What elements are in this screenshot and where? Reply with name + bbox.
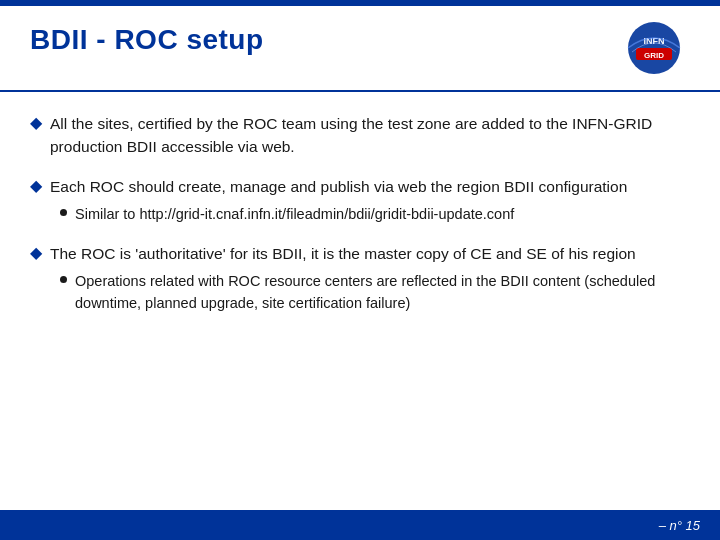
- sub-bullet-3-1: Operations related with ROC resource cen…: [60, 271, 690, 315]
- bullet-item-1: ◆ All the sites, certified by the ROC te…: [30, 112, 690, 159]
- diamond-icon-3: ◆: [30, 243, 42, 262]
- bullet-group-3: ◆ The ROC is 'authoritative' for its BDI…: [30, 242, 690, 315]
- bullet-text-3: The ROC is 'authoritative' for its BDII,…: [50, 242, 636, 265]
- bullet-group-2: ◆ Each ROC should create, manage and pub…: [30, 175, 690, 226]
- sub-bullet-2-1: Similar to http://grid-it.cnaf.infn.it/f…: [60, 204, 690, 226]
- svg-text:GRID: GRID: [644, 51, 664, 60]
- sub-bullet-text-2-1: Similar to http://grid-it.cnaf.infn.it/f…: [75, 204, 514, 226]
- bullet-text-2: Each ROC should create, manage and publi…: [50, 175, 627, 198]
- diamond-icon-2: ◆: [30, 176, 42, 195]
- sub-bullets-3: Operations related with ROC resource cen…: [60, 271, 690, 315]
- bullet-text-1: All the sites, certified by the ROC team…: [50, 112, 690, 159]
- sub-bullet-dot-2-1: [60, 209, 67, 216]
- bullet-item-3: ◆ The ROC is 'authoritative' for its BDI…: [30, 242, 690, 265]
- content-area: ◆ All the sites, certified by the ROC te…: [0, 92, 720, 510]
- infn-logo: INFN GRID: [618, 20, 690, 80]
- bullet-item-2: ◆ Each ROC should create, manage and pub…: [30, 175, 690, 198]
- footer: – n° 15: [0, 510, 720, 540]
- footer-page-number: – n° 15: [659, 518, 700, 533]
- slide-title: BDII - ROC setup: [30, 24, 264, 56]
- sub-bullet-text-3-1: Operations related with ROC resource cen…: [75, 271, 690, 315]
- sub-bullets-2: Similar to http://grid-it.cnaf.infn.it/f…: [60, 204, 690, 226]
- sub-bullet-dot-3-1: [60, 276, 67, 283]
- logo-container: INFN GRID: [618, 20, 690, 80]
- header: BDII - ROC setup INFN GRID: [0, 6, 720, 92]
- slide: BDII - ROC setup INFN GRID ◆ All the sit…: [0, 0, 720, 540]
- diamond-icon-1: ◆: [30, 113, 42, 132]
